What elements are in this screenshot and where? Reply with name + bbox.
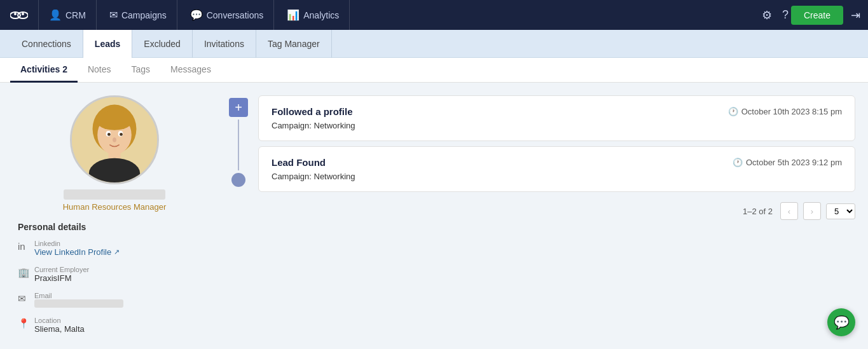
- activity-1-campaign: Campaign: Networking: [272, 121, 842, 130]
- location-row: 📍 Location Sliema, Malta: [18, 317, 211, 334]
- activity-card-2: Lead Found 🕐 October 5th 2023 9:12 pm Ca…: [258, 146, 855, 192]
- activity-2-campaign-name: Networking: [314, 172, 355, 181]
- activities-panel: + Followed a profile 🕐 October 10th 2023…: [229, 95, 855, 343]
- profile-panel: Human Resources Manager Personal details…: [13, 95, 216, 343]
- external-link-icon: ↗: [114, 248, 120, 256]
- svg-point-9: [96, 111, 132, 130]
- linkedin-link-text: View LinkedIn Profile: [34, 247, 111, 257]
- subnav-invitations[interactable]: Invitations: [193, 30, 256, 58]
- tab-messages[interactable]: Messages: [160, 58, 221, 83]
- subnav-excluded[interactable]: Excluded: [132, 30, 193, 58]
- clock-icon-2: 🕐: [733, 158, 743, 167]
- employer-content: Current Employer PraxisIFM: [34, 266, 89, 283]
- clock-icon-1: 🕐: [728, 107, 738, 116]
- linkedin-icon: in: [18, 241, 29, 252]
- employer-value: PraxisIFM: [34, 273, 89, 283]
- activity-2-campaign-prefix: Campaign:: [272, 172, 312, 181]
- help-icon[interactable]: ?: [782, 8, 789, 22]
- app-logo[interactable]: [8, 4, 31, 27]
- add-activity-button[interactable]: +: [229, 98, 248, 117]
- personal-details-section: Personal details in Linkedin View Linked…: [13, 222, 216, 343]
- avatar: [70, 95, 159, 184]
- email-row: ✉ Email: [18, 292, 211, 308]
- svg-point-2: [14, 13, 17, 15]
- location-icon: 📍: [18, 318, 29, 329]
- activity-1-header: Followed a profile 🕐 October 10th 2023 8…: [272, 106, 842, 117]
- tab-activities[interactable]: Activities 2: [10, 58, 78, 83]
- svg-point-14: [113, 137, 116, 142]
- crm-icon: 👤: [49, 9, 62, 21]
- nav-conversations[interactable]: 💬 Conversations: [180, 0, 275, 30]
- employer-row: 🏢 Current Employer PraxisIFM: [18, 266, 211, 283]
- linkedin-content: Linkedin View LinkedIn Profile ↗: [34, 240, 120, 257]
- timeline-wrapper: + Followed a profile 🕐 October 10th 2023…: [229, 95, 855, 225]
- logout-icon[interactable]: ⇥: [851, 8, 860, 22]
- subnav-leads[interactable]: Leads: [83, 30, 132, 58]
- tab-notes[interactable]: Notes: [78, 58, 121, 83]
- activities-list: Followed a profile 🕐 October 10th 2023 8…: [258, 95, 855, 225]
- nav-conversations-label: Conversations: [207, 10, 264, 20]
- activity-1-campaign-prefix: Campaign:: [272, 121, 312, 130]
- linkedin-row: in Linkedin View LinkedIn Profile ↗: [18, 240, 211, 257]
- tab-tags[interactable]: Tags: [121, 58, 161, 83]
- profile-name-bar: [64, 189, 165, 200]
- timeline-line-1: [238, 120, 239, 170]
- nav-crm[interactable]: 👤 CRM: [38, 0, 97, 30]
- location-content: Location Sliema, Malta: [34, 317, 85, 334]
- email-value-bar: [34, 299, 123, 308]
- location-label: Location: [34, 317, 85, 324]
- activity-2-campaign: Campaign: Networking: [272, 172, 842, 181]
- activity-2-time-text: October 5th 2023 9:12 pm: [746, 158, 842, 167]
- analytics-icon: 📊: [287, 9, 300, 21]
- activity-1-time: 🕐 October 10th 2023 8:15 pm: [728, 107, 842, 116]
- nav-campaigns[interactable]: ✉ Campaigns: [99, 0, 177, 30]
- nav-analytics-label: Analytics: [303, 10, 339, 20]
- activity-1-campaign-name: Networking: [314, 121, 355, 130]
- svg-point-3: [22, 13, 24, 15]
- location-value: Sliema, Malta: [34, 324, 85, 334]
- personal-details-label: Personal details: [18, 222, 211, 232]
- email-content: Email: [34, 292, 123, 308]
- activity-1-time-text: October 10th 2023 8:15 pm: [741, 107, 842, 116]
- activity-2-title: Lead Found: [272, 157, 326, 168]
- activity-card-1: Followed a profile 🕐 October 10th 2023 8…: [258, 95, 855, 141]
- employer-label: Current Employer: [34, 266, 89, 273]
- profile-job-title: Human Resources Manager: [63, 202, 167, 212]
- pagination-info: 1–2 of 2: [743, 207, 773, 216]
- svg-point-13: [120, 133, 123, 136]
- top-navigation: 👤 CRM ✉ Campaigns 💬 Conversations 📊 Anal…: [0, 0, 868, 30]
- email-icon: ✉: [18, 293, 29, 305]
- content-tabs: Activities 2 Notes Tags Messages: [0, 58, 868, 83]
- linkedin-link[interactable]: View LinkedIn Profile ↗: [34, 247, 120, 257]
- timeline-column: +: [229, 95, 248, 225]
- activity-2-time: 🕐 October 5th 2023 9:12 pm: [733, 158, 842, 167]
- linkedin-label: Linkedin: [34, 240, 120, 247]
- subnav-tag-manager[interactable]: Tag Manager: [256, 30, 332, 58]
- settings-icon[interactable]: ⚙: [762, 8, 772, 22]
- campaigns-icon: ✉: [109, 9, 118, 21]
- pagination: 1–2 of 2 ‹ › 5: [258, 197, 855, 225]
- svg-point-12: [107, 133, 111, 136]
- conversations-icon: 💬: [190, 9, 203, 21]
- nav-campaigns-label: Campaigns: [121, 10, 167, 20]
- employer-icon: 🏢: [18, 267, 29, 278]
- nav-right-icons: ⚙ ?: [762, 8, 789, 22]
- chat-fab-button[interactable]: 💬: [827, 308, 855, 336]
- pagination-prev-button[interactable]: ‹: [780, 202, 798, 220]
- nav-analytics[interactable]: 📊 Analytics: [277, 0, 350, 30]
- sub-navigation: Connections Leads Excluded Invitations T…: [0, 30, 868, 58]
- create-button[interactable]: Create: [791, 6, 843, 25]
- activity-2-header: Lead Found 🕐 October 5th 2023 9:12 pm: [272, 157, 842, 168]
- subnav-connections[interactable]: Connections: [10, 30, 83, 58]
- activity-1-title: Followed a profile: [272, 106, 353, 117]
- nav-crm-label: CRM: [65, 10, 86, 20]
- pagination-per-page-select[interactable]: 5: [826, 203, 855, 219]
- timeline-node: [231, 173, 245, 187]
- main-content: Human Resources Manager Personal details…: [0, 83, 868, 349]
- pagination-next-button[interactable]: ›: [803, 202, 821, 220]
- email-label: Email: [34, 292, 123, 299]
